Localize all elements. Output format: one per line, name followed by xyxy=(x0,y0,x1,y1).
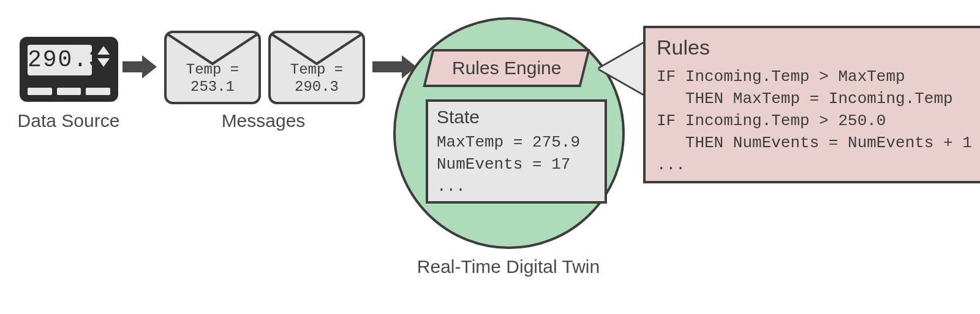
device-buttons xyxy=(28,88,110,95)
rules-title: Rules xyxy=(657,36,975,59)
digital-twin-label: Real-Time Digital Twin xyxy=(392,256,625,277)
chevron-up-icon xyxy=(97,46,110,55)
state-box: State MaxTemp = 275.9 NumEvents = 17 ... xyxy=(426,99,607,204)
lcd-display: 290.3° xyxy=(28,45,92,75)
data-source-label: Data Source xyxy=(7,110,130,131)
lcd-value: 290.3 xyxy=(28,47,104,73)
message-text: Temp = 253.1 xyxy=(167,61,258,96)
messages-label: Messages xyxy=(202,110,325,131)
rules-box: Rules IF Incoming.Temp > MaxTemp THEN Ma… xyxy=(643,26,980,183)
rules-engine-label: Rules Engine xyxy=(452,58,561,78)
state-lines: MaxTemp = 275.9 NumEvents = 17 ... xyxy=(437,131,596,197)
chevron-down-icon xyxy=(97,58,110,67)
state-title: State xyxy=(437,107,596,128)
arrow-icon xyxy=(123,61,143,72)
pointer-left-icon xyxy=(599,43,644,94)
message-envelope: Temp = 290.3 xyxy=(268,31,365,104)
data-source-device: 290.3° xyxy=(20,37,118,102)
rules-engine-box: Rules Engine xyxy=(423,49,590,87)
rules-body: IF Incoming.Temp > MaxTemp THEN MaxTemp … xyxy=(657,66,975,176)
device-up-down xyxy=(96,46,111,67)
message-text: Temp = 290.3 xyxy=(271,61,363,96)
arrow-icon xyxy=(372,61,403,72)
message-envelope: Temp = 253.1 xyxy=(164,31,261,104)
